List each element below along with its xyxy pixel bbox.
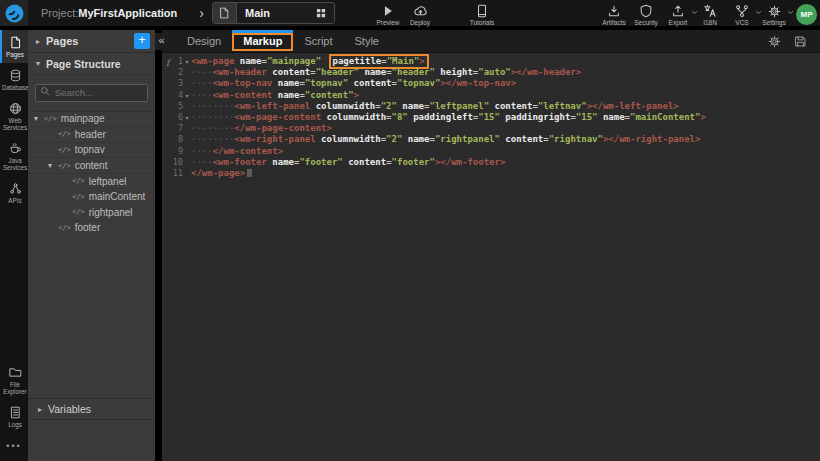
deploy-button[interactable]: Deploy xyxy=(404,3,436,26)
sidebar-item-apis[interactable]: APIs xyxy=(0,176,28,209)
play-icon xyxy=(381,4,395,18)
line-number: 6 xyxy=(162,112,183,123)
i18n-label: I18N xyxy=(703,19,717,26)
tree-item-mainContent[interactable]: </>mainContent xyxy=(28,189,155,205)
tab-design[interactable]: Design xyxy=(176,30,232,52)
sidebar-item-web-services[interactable]: Web Services xyxy=(0,96,28,136)
pages-panel-header[interactable]: ▸ Pages + xyxy=(28,30,155,53)
line-number: 11 xyxy=(162,168,183,179)
code-line-2[interactable]: 2····<wm-header content="header" name="h… xyxy=(162,67,820,78)
tree-item-label: rightpanel xyxy=(89,207,133,218)
page-structure-header[interactable]: ▾ Page Structure xyxy=(28,53,155,75)
artifacts-button[interactable]: Artifacts xyxy=(598,3,630,26)
fold-marker-icon[interactable]: ▾ xyxy=(183,91,191,102)
vcs-label: VCS xyxy=(735,19,748,26)
translate-icon xyxy=(703,4,717,18)
save-button[interactable] xyxy=(794,35,807,48)
sidebar-item-label: Pages xyxy=(2,51,28,58)
sidebar-item-java-services[interactable]: Java Services xyxy=(0,136,28,176)
export-button[interactable]: Export xyxy=(662,3,694,26)
tree-item-rightpanel[interactable]: </>rightpanel xyxy=(28,205,155,221)
search-input[interactable] xyxy=(35,84,148,102)
security-button[interactable]: Security xyxy=(630,3,662,26)
security-label: Security xyxy=(634,19,657,26)
tab-markup[interactable]: Markup xyxy=(232,30,293,52)
grid-icon xyxy=(315,7,327,19)
tree-item-leftpanel[interactable]: </>leftpanel xyxy=(28,174,155,190)
code-line-6[interactable]: 6▾········<wm-page-content columnwidth="… xyxy=(162,112,820,123)
tab-script[interactable]: Script xyxy=(293,30,343,52)
tree-item-label: mainpage xyxy=(61,113,105,124)
wavemaker-studio: Project:MyFirstApplication › Main Previe… xyxy=(0,0,820,461)
tree-item-footer[interactable]: </>footer xyxy=(28,221,155,237)
editor-settings-button[interactable] xyxy=(768,35,781,48)
tree-item-label: leftpanel xyxy=(89,176,127,187)
tree-item-topnav[interactable]: </>topnav xyxy=(28,143,155,159)
code-line-10[interactable]: 10····<wm-footer name="footer" content="… xyxy=(162,157,820,168)
panel-footer-space xyxy=(28,420,155,461)
code-text: ········</wm-page-content> xyxy=(191,123,332,134)
code-line-1[interactable]: 1▾<wm-page name="mainpage" pagetitle="Ma… xyxy=(162,56,820,67)
code-line-5[interactable]: 5········<wm-left-panel columnwidth="2" … xyxy=(162,101,820,112)
tree-item-label: content xyxy=(75,160,108,171)
widget-code-icon: </> xyxy=(72,208,85,216)
code-line-11[interactable]: 11</wm-page> xyxy=(162,168,820,179)
pages-panel: ▸ Pages + ▾ Page Structure ▾</>mainpage<… xyxy=(28,30,155,461)
preview-button[interactable]: Preview xyxy=(372,3,404,26)
sidebar-item-databases[interactable]: Databases xyxy=(0,63,28,96)
panel-divider xyxy=(155,30,162,461)
tree-caret-icon[interactable]: ▾ xyxy=(48,161,58,170)
variables-section[interactable]: ▸ Variables xyxy=(28,398,155,420)
i18n-button[interactable]: I18N xyxy=(694,3,726,26)
code-line-4[interactable]: 4▾····<wm-content name="content"> xyxy=(162,90,820,101)
code-line-9[interactable]: 9····</wm-content> xyxy=(162,146,820,157)
sidebar-item-label: Web Services xyxy=(2,117,28,131)
collapse-panel-button[interactable]: « xyxy=(155,33,168,50)
folder-icon xyxy=(9,366,22,379)
line-number: 3 xyxy=(162,78,183,89)
sidebar-item-file-explorer[interactable]: File Explorer xyxy=(0,360,28,400)
editor-area: DesignMarkupScriptStyle f 1▾<wm-page nam… xyxy=(162,30,820,461)
markup-code-editor[interactable]: f 1▾<wm-page name="mainpage" pagetitle="… xyxy=(162,53,820,461)
pages-caret-icon[interactable]: ▸ xyxy=(36,37,46,46)
tab-label: Style xyxy=(355,35,379,47)
page-tab-main[interactable]: Main xyxy=(212,2,335,24)
add-page-button[interactable]: + xyxy=(134,33,150,49)
tree-caret-icon[interactable]: ▾ xyxy=(34,114,44,123)
tab-label: Design xyxy=(187,35,221,47)
tree-item-mainpage[interactable]: ▾</>mainpage xyxy=(28,112,155,128)
fold-marker-icon[interactable]: ▾ xyxy=(183,113,191,124)
code-line-7[interactable]: 7········</wm-page-content> xyxy=(162,123,820,134)
pages-icon xyxy=(9,36,22,49)
search-icon xyxy=(40,86,50,96)
editor-toolbar xyxy=(768,30,820,52)
code-text: ········<wm-left-panel columnwidth="2" n… xyxy=(191,101,679,112)
active-tab-indicator xyxy=(232,30,293,33)
tree-item-label: topnav xyxy=(75,144,105,155)
sidebar-item-label: File Explorer xyxy=(2,381,28,395)
chevron-down-icon xyxy=(787,9,794,16)
branch-icon xyxy=(735,4,749,18)
code-line-8[interactable]: 8········<wm-right-panel columnwidth="2"… xyxy=(162,134,820,145)
app-logo[interactable] xyxy=(0,0,28,26)
sidebar-more-button[interactable]: ••• xyxy=(0,433,28,461)
page-switcher-grid-icon[interactable] xyxy=(315,7,327,19)
user-avatar[interactable]: MP xyxy=(796,4,817,25)
tutorials-button[interactable]: Tutorials xyxy=(466,3,498,26)
variables-caret-icon[interactable]: ▸ xyxy=(38,405,48,414)
tree-item-content[interactable]: ▾</>content xyxy=(28,158,155,174)
code-line-3[interactable]: 3····<wm-top-nav name="topnav" content="… xyxy=(162,78,820,89)
page-structure-caret-icon[interactable]: ▾ xyxy=(36,59,46,68)
tree-item-header[interactable]: </>header xyxy=(28,127,155,143)
tab-style[interactable]: Style xyxy=(344,30,390,52)
artifacts-label: Artifacts xyxy=(602,19,625,26)
pages-panel-title: Pages xyxy=(46,35,78,47)
sidebar-item-logs[interactable]: Logs xyxy=(0,400,28,433)
breadcrumb-chevron-icon: › xyxy=(199,6,204,20)
code-text: ····<wm-header content="header" name="he… xyxy=(191,67,581,78)
sidebar-item-pages[interactable]: Pages xyxy=(0,30,28,63)
fold-marker-icon[interactable]: ▾ xyxy=(183,57,191,68)
vcs-button[interactable]: VCS xyxy=(726,3,758,26)
settings-button[interactable]: Settings xyxy=(758,3,790,26)
preview-label: Preview xyxy=(376,19,399,26)
